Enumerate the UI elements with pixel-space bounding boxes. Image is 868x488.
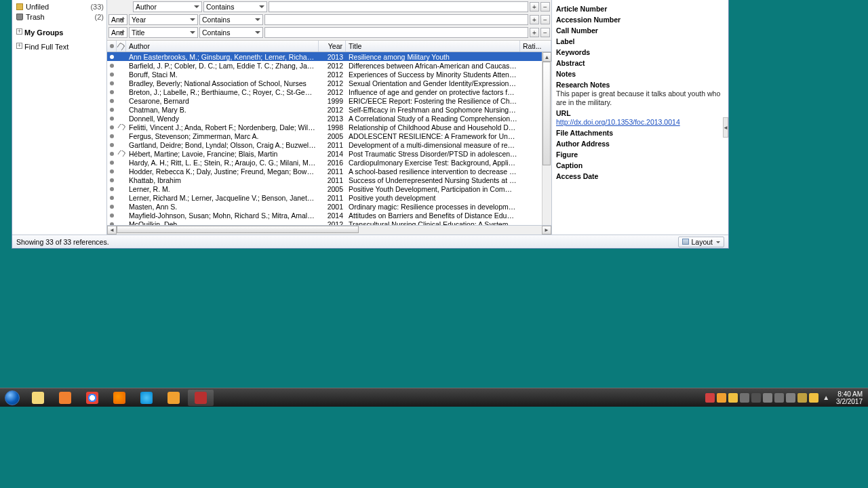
sidebar-item-count: (33) (90, 3, 104, 11)
table-row[interactable]: Masten, Ann S.2001Ordinary magic: Resili… (107, 202, 551, 211)
expand-icon[interactable]: + (16, 43, 22, 49)
read-cell (107, 187, 117, 191)
tray-icon[interactable] (751, 393, 761, 403)
table-row[interactable]: Cesarone, Bernard1999ERIC/EECE Report: F… (107, 96, 551, 105)
table-row[interactable]: Boruff, Staci M.2012Experiences of Succe… (107, 70, 551, 79)
read-status-icon (110, 90, 114, 94)
tray-icon[interactable] (809, 393, 818, 403)
scroll-left-icon[interactable]: ◄ (107, 226, 117, 235)
scroll-track[interactable] (117, 226, 542, 235)
sidebar-group-mygroups[interactable]: + My Groups (12, 27, 106, 37)
start-button[interactable] (0, 388, 24, 407)
taskbar-item-wmp[interactable] (52, 390, 78, 406)
tray-icon[interactable] (717, 393, 726, 403)
tray-icon[interactable] (705, 393, 715, 403)
sidebar-item-unfiled[interactable]: Unfiled (33) (12, 1, 106, 12)
table-row[interactable]: Hardy, A. H.; Ritt, L. E.; Stein, R.; Ar… (107, 158, 551, 167)
taskbar-item-file-explorer[interactable] (25, 390, 51, 406)
clock-time: 8:40 AM (836, 390, 863, 398)
table-row[interactable]: Gartland, Deidre; Bond, Lyndal; Olsson, … (107, 140, 551, 149)
tray-icon[interactable] (728, 393, 738, 403)
col-author[interactable]: Author (126, 41, 319, 52)
table-row[interactable]: Breton, J.; Labelle, R.; Berthiaume, C.;… (107, 87, 551, 96)
table-row[interactable]: Lerner, Richard M.; Lerner, Jacqueline V… (107, 193, 551, 202)
table-row[interactable]: Khattab, Ibrahim2011Success of Underrepr… (107, 176, 551, 184)
title-cell: Ordinary magic: Resilience processes in … (346, 203, 520, 211)
remove-row-button[interactable]: − (540, 15, 550, 24)
col-year[interactable]: Year (319, 41, 346, 52)
bool-select[interactable]: And (108, 14, 127, 25)
table-row[interactable]: Bradley, Beverly; National Association o… (107, 79, 551, 87)
expand-icon[interactable]: + (16, 28, 22, 35)
paperclip-icon (117, 124, 126, 130)
taskbar-item-firefox[interactable] (106, 390, 132, 406)
horizontal-scrollbar[interactable]: ◄ ► (107, 225, 551, 235)
trash-icon (16, 14, 23, 20)
table-row[interactable]: Fergus, Stevenson; Zimmerman, Marc A.200… (107, 131, 551, 140)
col-title[interactable]: Title (346, 41, 520, 52)
url-link[interactable]: http://dx.doi.org/10.1353/foc.2013.0014 (556, 118, 680, 126)
scroll-right-icon[interactable]: ► (542, 226, 551, 235)
taskbar-item-ie[interactable] (134, 390, 159, 406)
field-select[interactable]: Title (129, 27, 198, 38)
tray-icon[interactable] (774, 393, 784, 403)
tray-icon[interactable] (740, 393, 749, 403)
read-status-icon (110, 44, 114, 48)
title-cell: Transcultural Nursing Clinical Education… (346, 220, 520, 226)
field-select[interactable]: Year (129, 14, 198, 25)
operator-select[interactable]: Contains (199, 27, 263, 38)
col-attachment[interactable] (117, 41, 126, 52)
table-row[interactable]: Mayfield-Johnson, Susan; Mohn, Richard S… (107, 211, 551, 220)
search-input[interactable] (264, 27, 528, 38)
col-rating[interactable]: Rati... (520, 41, 551, 52)
table-row[interactable]: Donnell, Wendy2013A Correlational Study … (107, 114, 551, 123)
sidebar-group-findfulltext[interactable]: + Find Full Text (12, 41, 106, 52)
add-row-button[interactable]: + (530, 28, 539, 37)
add-row-button[interactable]: + (530, 15, 539, 24)
col-read[interactable] (107, 41, 117, 52)
taskbar-item-outlook[interactable] (161, 390, 186, 406)
layout-button[interactable]: Layout (678, 237, 724, 247)
table-row[interactable]: Ann Easterbrooks, M.; Ginsburg, Kenneth;… (107, 52, 551, 61)
table-row[interactable]: Barfield, J. P.; Cobler, D. C.; Lam, Edd… (107, 61, 551, 70)
table-row[interactable]: Felitti, Vincent J.; Anda, Robert F.; No… (107, 123, 551, 131)
read-cell (107, 169, 117, 174)
outlook-icon (167, 392, 180, 404)
search-input[interactable] (264, 14, 528, 25)
vertical-scrollbar[interactable]: ▲ (542, 52, 551, 225)
clock[interactable]: 8:40 AM 3/2/2017 (833, 390, 865, 405)
field-label: Call Number (556, 26, 724, 35)
remove-row-button[interactable]: − (540, 28, 550, 37)
scroll-thumb[interactable] (542, 62, 551, 165)
tray-overflow-icon[interactable]: ▲ (821, 394, 831, 401)
operator-select[interactable]: Contains (199, 14, 263, 25)
title-cell: Positive Youth Development, Participatio… (346, 185, 520, 193)
table-row[interactable]: McQuilkin, Deb2012Transcultural Nursing … (107, 220, 551, 225)
table-row[interactable]: Hodder, Rebecca K.; Daly, Justine; Freun… (107, 167, 551, 176)
table-row[interactable]: Lerner, R. M.2005Positive Youth Developm… (107, 184, 551, 193)
title-cell: Self-Efficacy in Freshman and Sophomore … (346, 106, 520, 114)
year-cell: 2012 (319, 88, 346, 96)
scroll-up-icon[interactable]: ▲ (542, 52, 551, 62)
operator-select[interactable]: Contains (203, 1, 267, 12)
field-select[interactable]: Author (133, 1, 202, 12)
table-row[interactable]: Chatman, Mary B.2012Self-Efficacy in Fre… (107, 105, 551, 114)
collapse-handle[interactable]: ◄ (723, 117, 728, 138)
sidebar-item-trash[interactable]: Trash (2) (12, 12, 106, 22)
taskbar-item-chrome[interactable] (79, 390, 105, 406)
tray-icon[interactable] (786, 393, 795, 403)
tray-icons (705, 393, 818, 403)
tray-icon[interactable] (797, 393, 807, 403)
read-cell (107, 117, 117, 121)
remove-row-button[interactable]: − (540, 2, 550, 12)
author-cell: Mayfield-Johnson, Susan; Mohn, Richard S… (126, 211, 319, 220)
add-row-button[interactable]: + (530, 2, 539, 12)
list-rows[interactable]: Ann Easterbrooks, M.; Ginsburg, Kenneth;… (107, 52, 551, 225)
tray-icon[interactable] (763, 393, 772, 403)
search-input[interactable] (269, 1, 528, 12)
table-row[interactable]: Hébert, Martine; Lavoie, Francine; Blais… (107, 149, 551, 158)
scroll-thumb[interactable] (117, 226, 359, 233)
author-cell: Khattab, Ibrahim (126, 176, 319, 184)
taskbar-item-endnote[interactable] (188, 390, 214, 406)
bool-select[interactable]: And (108, 27, 127, 38)
